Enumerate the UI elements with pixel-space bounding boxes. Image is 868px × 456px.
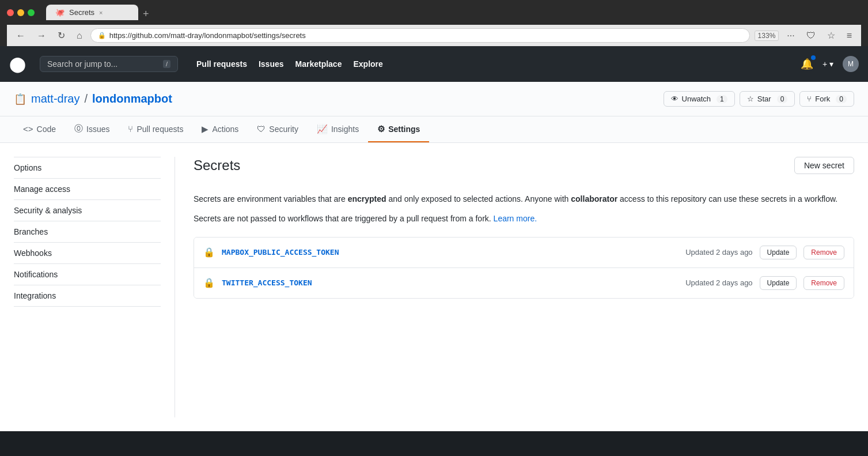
secret-updated-twitter: Updated 2 days ago bbox=[685, 278, 752, 287]
active-tab[interactable]: 🐙 Secrets × bbox=[46, 5, 138, 20]
tab-issues[interactable]: ⓪ Issues bbox=[65, 116, 119, 142]
tab-settings[interactable]: ⚙ Settings bbox=[368, 116, 429, 142]
new-tab-button[interactable]: + bbox=[138, 8, 154, 20]
sidebar-item-branches[interactable]: Branches bbox=[14, 221, 161, 243]
tab-pull-requests-label: Pull requests bbox=[137, 125, 183, 134]
zoom-level: 133% bbox=[755, 31, 779, 41]
sidebar-item-integrations[interactable]: Integrations bbox=[14, 285, 161, 307]
tab-close-button[interactable]: × bbox=[99, 9, 103, 16]
fork-label: Fork bbox=[815, 95, 830, 103]
update-button-twitter[interactable]: Update bbox=[760, 276, 797, 290]
star-icon: ☆ bbox=[747, 95, 754, 103]
repo-owner[interactable]: matt-dray bbox=[31, 92, 79, 105]
security-icon: 🛡 bbox=[257, 124, 266, 134]
maximize-traffic-light[interactable] bbox=[28, 9, 35, 16]
learn-more-link[interactable]: Learn more. bbox=[494, 214, 537, 223]
secrets-list: 🔒 MAPBOX_PUBLIC_ACCESS_TOKEN Updated 2 d… bbox=[194, 237, 854, 299]
nav-issues[interactable]: Issues bbox=[259, 59, 284, 69]
traffic-lights bbox=[7, 9, 35, 16]
github-logo[interactable]: ⬤ bbox=[9, 55, 26, 73]
content-header: Secrets New secret bbox=[194, 157, 854, 183]
menu-icon[interactable]: ≡ bbox=[843, 29, 855, 42]
repo-header: 📋 matt-dray / londonmapbot 👁 Unwatch 1 ☆… bbox=[0, 82, 868, 116]
bookmark-icon[interactable]: ☆ bbox=[824, 29, 839, 42]
repo-name[interactable]: londonmapbot bbox=[92, 92, 172, 105]
secret-left-twitter: 🔒 TWITTER_ACCESS_TOKEN bbox=[203, 277, 312, 288]
sidebar-item-options[interactable]: Options bbox=[14, 157, 161, 179]
sidebar-item-manage-access[interactable]: Manage access bbox=[14, 179, 161, 200]
browser-chrome: 🐙 Secrets × + ← → ↻ ⌂ 🔒 https://github.c… bbox=[0, 0, 868, 46]
remove-button-twitter[interactable]: Remove bbox=[803, 276, 844, 290]
browser-titlebar: 🐙 Secrets × + bbox=[7, 5, 861, 20]
watch-button[interactable]: 👁 Unwatch 1 bbox=[664, 91, 735, 107]
settings-icon: ⚙ bbox=[377, 124, 385, 134]
secrets-description: Secrets are environment variables that a… bbox=[194, 193, 854, 205]
secret-left-mapbox: 🔒 MAPBOX_PUBLIC_ACCESS_TOKEN bbox=[203, 247, 339, 258]
more-options-button[interactable]: ··· bbox=[783, 29, 798, 42]
browser-toolbar: ← → ↻ ⌂ 🔒 https://github.com/matt-dray/l… bbox=[7, 25, 861, 46]
secret-item-twitter: 🔒 TWITTER_ACCESS_TOKEN Updated 2 days ag… bbox=[194, 268, 854, 298]
fork-button[interactable]: ⑂ Fork 0 bbox=[799, 91, 854, 107]
repo-tabs: <> Code ⓪ Issues ⑂ Pull requests ▶ Actio… bbox=[0, 116, 868, 143]
shield-icon[interactable]: 🛡 bbox=[803, 29, 819, 42]
tab-security[interactable]: 🛡 Security bbox=[248, 116, 308, 142]
main-content: Options Manage access Security & analysi… bbox=[0, 143, 868, 431]
nav-links: Pull requests Issues Marketplace Explore bbox=[196, 59, 383, 69]
search-box[interactable]: Search or jump to... / bbox=[40, 56, 178, 72]
repo-icon: 📋 bbox=[14, 93, 26, 105]
watch-label: Unwatch bbox=[682, 95, 711, 103]
watch-count: 1 bbox=[717, 95, 727, 103]
secret-right-twitter: Updated 2 days ago Update Remove bbox=[685, 276, 844, 290]
github-page: ⬤ Search or jump to... / Pull requests I… bbox=[0, 46, 868, 431]
nav-pull-requests[interactable]: Pull requests bbox=[196, 59, 247, 69]
code-icon: <> bbox=[23, 124, 33, 134]
search-placeholder: Search or jump to... bbox=[47, 59, 117, 69]
tab-pull-requests[interactable]: ⑂ Pull requests bbox=[119, 116, 192, 142]
secrets-note: Secrets are not passed to workflows that… bbox=[194, 212, 854, 225]
page-title: Secrets bbox=[194, 157, 240, 174]
minimize-traffic-light[interactable] bbox=[17, 9, 24, 16]
user-avatar[interactable]: M bbox=[843, 56, 859, 72]
search-slash: / bbox=[163, 60, 170, 68]
star-label: Star bbox=[757, 95, 771, 103]
back-button[interactable]: ← bbox=[13, 29, 29, 42]
nav-marketplace[interactable]: Marketplace bbox=[295, 59, 342, 69]
tab-label: Secrets bbox=[69, 8, 94, 17]
collaborator-bold: collaborator bbox=[571, 194, 617, 203]
pull-requests-icon: ⑂ bbox=[128, 124, 133, 134]
remove-button-mapbox[interactable]: Remove bbox=[803, 246, 844, 259]
repo-actions: 👁 Unwatch 1 ☆ Star 0 ⑂ Fork 0 bbox=[664, 91, 854, 107]
issues-icon: ⓪ bbox=[74, 123, 83, 134]
tab-issues-label: Issues bbox=[86, 125, 109, 134]
address-bar[interactable]: 🔒 https://github.com/matt-dray/londonmap… bbox=[90, 28, 750, 43]
notification-badge bbox=[811, 55, 816, 60]
fork-count: 0 bbox=[836, 95, 847, 103]
secret-name-twitter[interactable]: TWITTER_ACCESS_TOKEN bbox=[222, 278, 312, 287]
secret-name-mapbox[interactable]: MAPBOX_PUBLIC_ACCESS_TOKEN bbox=[222, 248, 339, 257]
notifications-bell[interactable]: 🔔 bbox=[801, 58, 813, 70]
reload-button[interactable]: ↻ bbox=[54, 29, 69, 42]
github-nav: ⬤ Search or jump to... / Pull requests I… bbox=[0, 46, 868, 82]
secure-lock-icon: 🔒 bbox=[98, 32, 106, 39]
tab-insights[interactable]: 📈 Insights bbox=[308, 116, 368, 142]
update-button-mapbox[interactable]: Update bbox=[760, 246, 797, 259]
toolbar-right: 133% ··· 🛡 ☆ ≡ bbox=[755, 29, 855, 42]
nav-explore[interactable]: Explore bbox=[353, 59, 382, 69]
tab-actions[interactable]: ▶ Actions bbox=[192, 116, 248, 142]
tab-code-label: Code bbox=[37, 125, 56, 134]
tab-actions-label: Actions bbox=[212, 125, 238, 134]
lock-icon-mapbox: 🔒 bbox=[203, 247, 215, 258]
nav-right: 🔔 + ▾ M bbox=[801, 56, 859, 72]
tab-code[interactable]: <> Code bbox=[14, 116, 65, 142]
new-item-button[interactable]: + ▾ bbox=[822, 59, 833, 69]
sidebar-item-webhooks[interactable]: Webhooks bbox=[14, 243, 161, 264]
home-button[interactable]: ⌂ bbox=[73, 29, 86, 42]
sidebar-item-security-analysis[interactable]: Security & analysis bbox=[14, 200, 161, 221]
new-secret-button[interactable]: New secret bbox=[794, 157, 854, 174]
insights-icon: 📈 bbox=[317, 124, 328, 134]
star-button[interactable]: ☆ Star 0 bbox=[740, 91, 795, 107]
tab-settings-label: Settings bbox=[388, 125, 420, 134]
forward-button[interactable]: → bbox=[33, 29, 50, 42]
close-traffic-light[interactable] bbox=[7, 9, 14, 16]
sidebar-item-notifications[interactable]: Notifications bbox=[14, 264, 161, 285]
